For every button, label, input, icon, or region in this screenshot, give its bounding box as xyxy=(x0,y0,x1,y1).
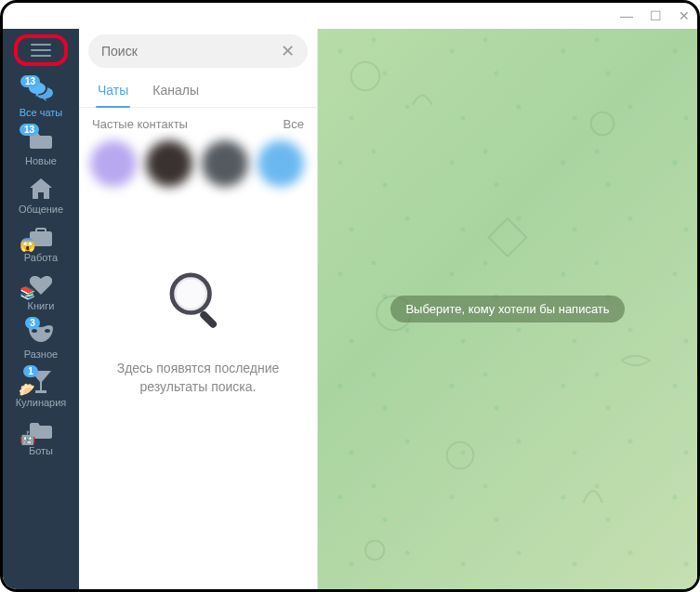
svg-point-1 xyxy=(177,280,205,309)
close-button[interactable]: ✕ xyxy=(679,8,690,23)
badge: 1 xyxy=(23,365,38,377)
empty-search-text: Здесь появятся последние результаты поис… xyxy=(79,360,317,396)
briefcase-icon: 😱 xyxy=(30,224,52,250)
folder-кулинария[interactable]: 1🥟Кулинария xyxy=(3,363,79,412)
menu-button-highlight xyxy=(14,34,68,66)
contact-avatar[interactable] xyxy=(202,140,248,187)
badge: 3 xyxy=(25,317,40,329)
folder-label: Все чаты xyxy=(20,107,63,118)
frequent-contacts-label: Частые контакты xyxy=(92,117,188,131)
frequent-contacts-avatars xyxy=(79,137,317,200)
folder-label: Новые xyxy=(25,155,57,166)
folder-разное[interactable]: 3Разное xyxy=(3,315,79,363)
select-chat-hint: Выберите, кому хотели бы написать xyxy=(390,296,624,322)
clear-search-icon[interactable]: ✕ xyxy=(281,41,295,61)
tab-channels[interactable]: Каналы xyxy=(151,75,201,107)
folder-emoji: 📚 xyxy=(20,285,35,300)
folder-все-чаты[interactable]: 13Все чаты xyxy=(3,73,79,122)
frequent-contacts-header: Частые контакты Все xyxy=(79,108,317,137)
all-contacts-link[interactable]: Все xyxy=(284,117,304,131)
folder-общение[interactable]: Общение xyxy=(3,170,79,218)
folder-emoji: 😱 xyxy=(20,237,35,252)
folder-label: Боты xyxy=(29,445,53,456)
badge: 13 xyxy=(20,124,39,136)
folder-emoji: 🤖 xyxy=(20,430,35,445)
magnifier-icon xyxy=(162,265,234,337)
folder-боты[interactable]: 🤖Боты xyxy=(3,412,79,460)
folder-emoji: 🥟 xyxy=(19,382,34,397)
search-input[interactable] xyxy=(101,44,281,59)
tab-chats[interactable]: Чаты xyxy=(96,75,130,107)
hamburger-menu-icon[interactable] xyxy=(31,44,51,57)
sidebar: 13Все чаты13НовыеОбщение😱Работа📚Книги3Ра… xyxy=(3,29,79,589)
mask-icon: 3 xyxy=(29,321,53,347)
folder-icon: 13 xyxy=(30,127,52,153)
folder-label: Общение xyxy=(19,204,63,215)
search-column: ✕ Чаты Каналы Частые контакты Все Здесь … xyxy=(79,29,318,589)
folder-label: Кулинария xyxy=(16,397,67,408)
contact-avatar[interactable] xyxy=(146,140,192,187)
maximize-button[interactable]: ☐ xyxy=(650,8,662,23)
folder-работа[interactable]: 😱Работа xyxy=(3,218,79,267)
search-box[interactable]: ✕ xyxy=(88,34,308,68)
home-icon xyxy=(30,176,52,202)
folder-icon: 🤖 xyxy=(30,417,52,443)
badge: 13 xyxy=(20,75,40,87)
contact-avatar[interactable] xyxy=(258,140,304,187)
empty-search-state: Здесь появятся последние результаты поис… xyxy=(79,200,317,589)
folder-label: Разное xyxy=(24,349,58,360)
minimize-button[interactable]: — xyxy=(620,8,633,23)
cocktail-icon: 1🥟 xyxy=(31,369,51,395)
titlebar: — ☐ ✕ xyxy=(3,3,697,29)
folder-новые[interactable]: 13Новые xyxy=(3,122,79,170)
search-tabs: Чаты Каналы xyxy=(79,75,317,108)
chats-icon: 13 xyxy=(29,79,53,105)
heart-icon: 📚 xyxy=(30,272,52,298)
contact-avatar[interactable] xyxy=(90,140,137,187)
svg-rect-2 xyxy=(199,309,218,329)
folder-label: Книги xyxy=(28,300,55,311)
folder-книги[interactable]: 📚Книги xyxy=(3,267,79,315)
chat-content-area: Выберите, кому хотели бы написать xyxy=(318,29,697,589)
folder-label: Работа xyxy=(24,252,58,263)
